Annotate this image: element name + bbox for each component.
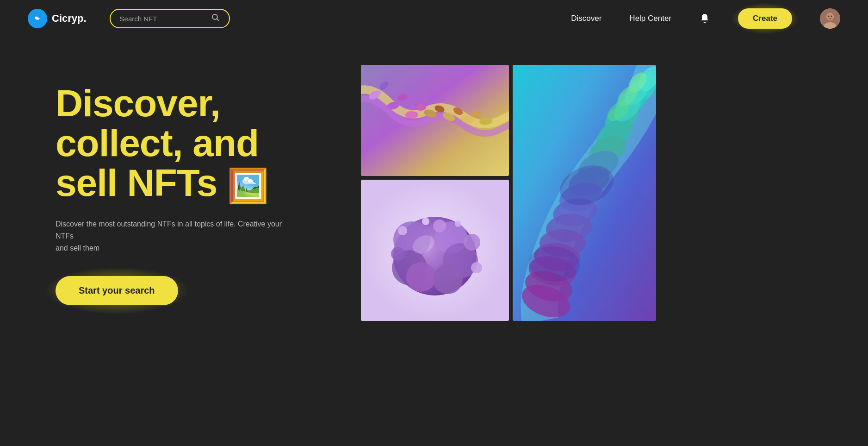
nft-emoji: 🖼️ (227, 169, 268, 204)
search-icon (211, 13, 220, 24)
nft-gallery (361, 65, 840, 321)
svg-point-9 (831, 16, 832, 17)
nav-help-center[interactable]: Help Center (629, 14, 671, 23)
svg-point-37 (422, 218, 429, 225)
nav-discover[interactable]: Discover (571, 14, 601, 23)
notifications-bell[interactable] (699, 13, 710, 24)
navbar: Cicryp. Discover Help Center Create (0, 0, 868, 37)
hero-subtitle: Discover the most outstanding NTFs in al… (56, 218, 296, 254)
main-content: Discover, collect, and sell NFTs 🖼️ Disc… (0, 37, 868, 339)
nav-links: Discover Help Center Create (571, 8, 840, 29)
user-avatar[interactable] (820, 8, 840, 29)
svg-point-38 (455, 220, 461, 227)
hero-title-line3: sell NFTs (56, 162, 217, 204)
hero-title-line2: collect, and (56, 122, 259, 164)
create-button[interactable]: Create (738, 8, 792, 29)
hero-title: Discover, collect, and sell NFTs 🖼️ (56, 83, 342, 203)
nft-card-3[interactable] (513, 65, 656, 321)
nft-card-1[interactable] (361, 65, 509, 176)
search-input[interactable] (120, 15, 207, 23)
nft-card-2[interactable] (361, 180, 509, 321)
svg-line-3 (217, 19, 219, 21)
cta-button-wrapper: Start your search (56, 276, 178, 305)
svg-point-32 (433, 220, 446, 232)
hero-title-line1: Discover, (56, 82, 220, 124)
logo: Cicryp. (28, 9, 87, 28)
logo-icon (28, 9, 47, 28)
svg-point-1 (35, 17, 37, 19)
start-search-button[interactable]: Start your search (56, 276, 178, 305)
brand-name: Cicryp. (52, 13, 87, 25)
gallery-col-left (361, 65, 509, 321)
svg-point-13 (405, 111, 418, 119)
hero-left: Discover, collect, and sell NFTs 🖼️ Disc… (56, 65, 342, 305)
svg-point-31 (433, 264, 463, 294)
create-button-wrapper: Create (738, 8, 792, 29)
svg-point-35 (471, 262, 482, 273)
avatar-image (820, 8, 840, 29)
svg-point-36 (398, 226, 407, 235)
svg-point-33 (464, 234, 480, 251)
svg-point-8 (828, 16, 830, 17)
search-bar[interactable] (110, 9, 230, 28)
svg-point-34 (391, 247, 405, 261)
svg-point-30 (406, 262, 436, 292)
